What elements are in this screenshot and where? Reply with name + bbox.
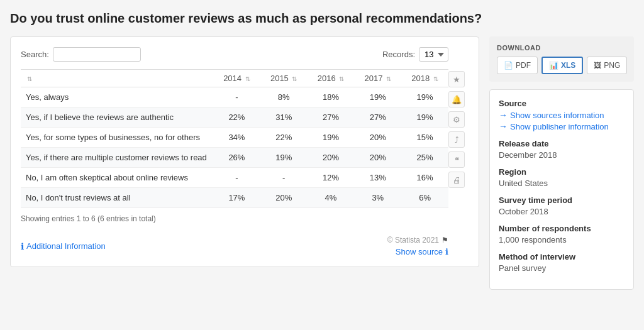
row-cell-2016: 12% [308,168,355,188]
row-cell-2015: 8% [260,87,308,107]
row-cell-2016: 20% [308,148,355,168]
source-label: Source [499,99,625,108]
entries-info: Showing entries 1 to 6 (6 entries in tot… [21,214,448,223]
row-cell-2014: - [213,168,260,188]
share-icon[interactable]: ⤴ [448,131,465,148]
data-table: ⇅ 2014 ⇅ 2015 ⇅ 2016 ⇅ [21,69,448,208]
copyright: © Statista 2021 ⚑ [387,236,448,245]
xls-icon: 📊 [549,61,558,70]
respondents-label: Number of respondents [499,224,625,233]
col-2014: 2014 ⇅ [213,70,260,87]
sort-icon-2016[interactable]: ⇅ [339,75,344,82]
method-value: Panel survey [499,263,625,273]
row-label: Yes, if I believe the reviews are authen… [21,107,213,128]
row-label: Yes, always [21,87,213,107]
additional-info-link[interactable]: ℹ Additional Information [21,241,106,251]
gear-icon[interactable]: ⚙ [448,111,465,128]
method-label: Method of interview [499,252,625,261]
print-icon[interactable]: 🖨 [448,172,465,188]
row-cell-2017: 3% [354,188,401,208]
info-icon-source: ℹ [445,247,448,256]
region-value: United States [499,179,625,188]
show-publisher-link[interactable]: → Show publisher information [499,121,625,131]
search-label: Search: [21,50,49,59]
sort-icon-label[interactable]: ⇅ [27,75,32,82]
release-date-label: Release date [499,139,625,148]
table-row: Yes, if there are multiple customer revi… [21,148,448,168]
survey-period-label: Survey time period [499,195,625,205]
show-source-link[interactable]: Show source ℹ [396,247,448,256]
row-label: Yes, for some types of businesses, no fo… [21,128,213,148]
row-cell-2015: 31% [260,107,308,128]
bell-icon[interactable]: 🔔 [448,91,465,107]
row-cell-2014: 34% [213,128,260,148]
release-date-item: Release date December 2018 [499,139,625,160]
col-label: ⇅ [21,70,213,87]
right-panel: DOWNLOAD 📄 PDF 📊 XLS 🖼 PNG Source [489,36,634,290]
respondents-item: Number of respondents 1,000 respondents [499,224,625,245]
release-date-value: December 2018 [499,150,625,160]
row-label: No, I don't trust reviews at all [21,188,213,208]
pdf-download-button[interactable]: 📄 PDF [497,57,538,74]
download-section: DOWNLOAD 📄 PDF 📊 XLS 🖼 PNG [489,36,634,82]
row-cell-2017: 19% [354,87,401,107]
quote-icon[interactable]: ❝ [448,151,465,168]
sort-icon-2015[interactable]: ⇅ [292,75,297,82]
row-cell-2015: 22% [260,128,308,148]
records-area: Records: 13 25 50 [382,47,448,62]
col-2017: 2017 ⇅ [354,70,401,87]
row-cell-2018: 16% [401,168,448,188]
col-2018: 2018 ⇅ [401,70,448,87]
meta-section: Source → Show sources information → Show… [489,89,634,290]
row-cell-2018: 15% [401,128,448,148]
row-cell-2017: 20% [354,128,401,148]
row-cell-2015: 19% [260,148,308,168]
row-cell-2014: 17% [213,188,260,208]
info-circle-icon: ℹ [21,241,24,251]
page-title: Do you trust online customer reviews as … [10,10,634,26]
row-cell-2018: 25% [401,148,448,168]
table-row: No, I don't trust reviews at all17%20%4%… [21,188,448,208]
row-cell-2018: 6% [401,188,448,208]
row-cell-2018: 19% [401,107,448,128]
records-select[interactable]: 13 25 50 [419,47,448,62]
side-icon-panel: ★ 🔔 ⚙ ⤴ ❝ 🖨 [448,47,465,188]
show-sources-link[interactable]: → Show sources information [499,110,625,120]
search-area: Search: [21,47,141,62]
png-download-button[interactable]: 🖼 PNG [587,57,627,74]
region-label: Region [499,167,625,177]
respondents-value: 1,000 respondents [499,235,625,245]
row-cell-2015: - [260,168,308,188]
table-footer: ℹ Additional Information © Statista 2021… [21,231,448,256]
arrow-icon-publisher: → [499,121,508,131]
row-cell-2014: 26% [213,148,260,168]
col-2015: 2015 ⇅ [260,70,308,87]
records-label: Records: [382,50,415,59]
sort-icon-2014[interactable]: ⇅ [245,75,250,82]
arrow-icon-sources: → [499,110,508,120]
data-table-wrapper: ⇅ 2014 ⇅ 2015 ⇅ 2016 ⇅ [21,69,448,208]
table-row: Yes, always-8%18%19%19% [21,87,448,107]
additional-info-label: Additional Information [26,241,106,251]
survey-period-value: October 2018 [499,207,625,216]
table-row: No, I am often skeptical about online re… [21,168,448,188]
row-cell-2014: - [213,87,260,107]
row-cell-2016: 4% [308,188,355,208]
row-cell-2016: 19% [308,128,355,148]
region-item: Region United States [499,167,625,188]
search-input[interactable] [53,47,141,62]
row-label: No, I am often skeptical about online re… [21,168,213,188]
star-icon[interactable]: ★ [448,71,465,87]
table-row: Yes, for some types of businesses, no fo… [21,128,448,148]
sort-icon-2017[interactable]: ⇅ [386,75,391,82]
xls-download-button[interactable]: 📊 XLS [541,57,583,74]
row-cell-2016: 27% [308,107,355,128]
table-row: Yes, if I believe the reviews are authen… [21,107,448,128]
sort-icon-2018[interactable]: ⇅ [433,75,438,82]
source-item: Source → Show sources information → Show… [499,99,625,131]
row-cell-2015: 20% [260,188,308,208]
data-panel: Search: Records: 13 25 50 [10,36,479,267]
download-title: DOWNLOAD [497,44,626,52]
row-cell-2014: 22% [213,107,260,128]
toolbar: Search: Records: 13 25 50 [21,47,448,62]
